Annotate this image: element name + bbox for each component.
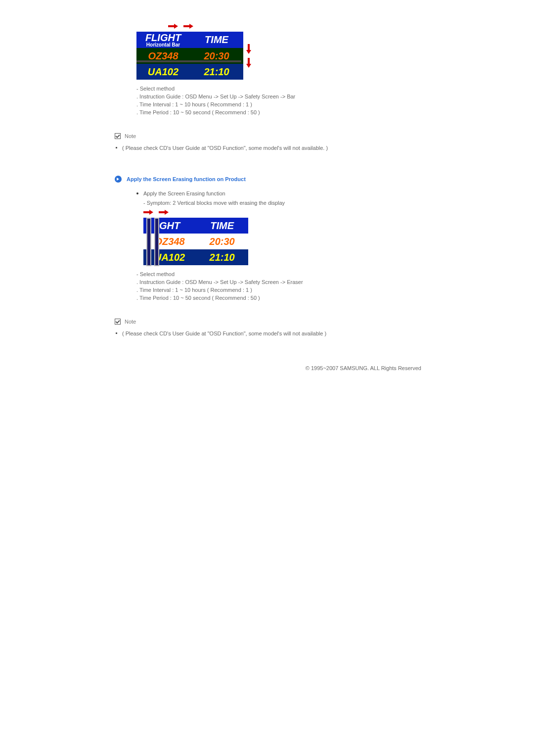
check-icon <box>115 319 121 325</box>
board1-h1-sub: Horizontal Bar <box>137 43 189 47</box>
board1-r2c2: 21:10 <box>190 64 243 80</box>
flight-board-eraser: GHT TIME OZ348 20:30 UA102 21:10 <box>143 218 248 266</box>
select-method-2: - Select method . Instruction Guide : OS… <box>136 270 431 302</box>
sm2-line4: . Time Period : 10 ~ 50 second ( Recomme… <box>136 294 431 302</box>
sm2-line1: - Select method <box>136 270 431 278</box>
section-heading: Apply the Screen Erasing function on Pro… <box>115 176 431 183</box>
section-bullet-icon <box>115 176 122 183</box>
sm1-line2: . Instruction Guide : OSD Menu -> Set Up… <box>136 93 431 100</box>
board1-header-flight: FLIGHT Horizontal Bar <box>136 32 190 48</box>
arrow-right-icon <box>159 210 170 215</box>
horizontal-bar-overlay <box>136 60 241 62</box>
arrow-right-icon <box>143 210 154 215</box>
note-1-text: ( Please check CD's User Guide at "OSD F… <box>122 144 328 152</box>
note-row-2: Note <box>115 319 431 325</box>
note-label-1: Note <box>125 133 136 139</box>
sm1-line3: . Time Interval : 1 ~ 10 hours ( Recomme… <box>136 100 431 108</box>
flight-board-bar: FLIGHT Horizontal Bar TIME OZ348 20:30 U… <box>136 32 243 81</box>
bullet-icon <box>116 332 117 334</box>
subsec-line1-row: Apply the Screen Erasing function <box>136 189 431 197</box>
board2-header-time: TIME <box>196 218 248 234</box>
bullet-icon <box>116 147 117 148</box>
subsec-line2: - Symptom: 2 Vertical blocks move with e… <box>143 199 431 207</box>
eraser-strip-1 <box>146 218 151 266</box>
sm1-line4: . Time Period : 10 ~ 50 second ( Recomme… <box>136 108 431 116</box>
arrows-vertical <box>246 43 251 70</box>
board2-r2c2: 21:10 <box>196 249 248 265</box>
board2-r1c2: 20:30 <box>196 234 248 249</box>
board1-h1-text: FLIGHT <box>145 32 181 43</box>
arrow-right-icon <box>168 24 179 29</box>
arrows-horizontal-2 <box>143 210 431 216</box>
board1-r2c1: UA102 <box>136 64 190 80</box>
subsec-line1: Apply the Screen Erasing function <box>143 189 225 197</box>
arrow-right-icon <box>183 24 194 29</box>
disc-icon <box>136 192 138 194</box>
arrow-down-icon <box>246 44 251 55</box>
select-method-1: - Select method . Instruction Guide : OS… <box>136 85 431 116</box>
sm2-line2: . Instruction Guide : OSD Menu -> Set Up… <box>136 278 431 286</box>
section-title: Apply the Screen Erasing function on Pro… <box>127 176 246 182</box>
note-row-1: Note <box>115 133 431 139</box>
note-2-text: ( Please check CD's User Guide at "OSD F… <box>122 330 326 337</box>
sm2-line3: . Time Interval : 1 ~ 10 hours ( Recomme… <box>136 286 431 294</box>
arrow-down-icon <box>246 58 251 69</box>
sm1-line1: - Select method <box>136 85 431 93</box>
check-icon <box>115 133 121 139</box>
note-2: ( Please check CD's User Guide at "OSD F… <box>116 330 431 337</box>
note-1: ( Please check CD's User Guide at "OSD F… <box>116 144 431 152</box>
copyright-footer: © 1995~2007 SAMSUNG. ALL Rights Reserved <box>115 365 431 371</box>
arrows-horizontal <box>168 24 431 30</box>
eraser-strip-2 <box>154 218 159 266</box>
note-label-2: Note <box>125 319 136 325</box>
board1-header-time: TIME <box>190 32 243 48</box>
